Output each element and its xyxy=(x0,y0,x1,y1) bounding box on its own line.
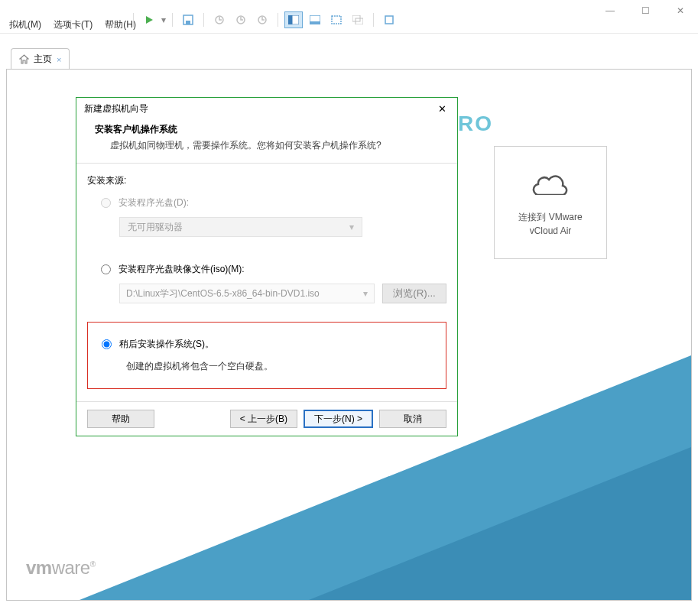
radio-installer-disc-input xyxy=(101,198,111,208)
dialog-close-button[interactable]: ✕ xyxy=(435,103,450,115)
disk-icon[interactable] xyxy=(179,11,197,28)
decorative-triangle-2 xyxy=(309,447,691,600)
unity-icon[interactable] xyxy=(349,11,367,28)
window-controls: — ☐ ✕ xyxy=(592,0,698,21)
radio-install-later-label: 稍后安装操作系统(S)。 xyxy=(119,338,214,351)
toolbar-separator xyxy=(172,13,173,27)
workstation-pro-suffix: RO xyxy=(458,112,493,136)
radio-installer-disc-label: 安装程序光盘(D): xyxy=(118,196,189,209)
tab-label: 主页 xyxy=(34,53,52,66)
browse-button: 浏览(R)... xyxy=(382,284,446,303)
vmware-logo: vmware® xyxy=(26,557,96,579)
snapshot-icon-2[interactable] xyxy=(232,11,250,28)
view-console-icon[interactable] xyxy=(306,11,324,28)
iso-path-input: D:\Linux学习\CentOS-6.5-x86_64-bin-DVD1.is… xyxy=(119,284,375,303)
radio-iso-file-input[interactable] xyxy=(101,264,111,274)
tile-vcloud-air[interactable]: 连接到 VMware vCloud Air xyxy=(494,146,607,259)
cancel-button[interactable]: 取消 xyxy=(379,410,446,428)
tab-close-icon[interactable]: × xyxy=(57,55,61,64)
back-button[interactable]: < 上一步(B) xyxy=(230,410,297,428)
dialog-titlebar: 新建虚拟机向导 ✕ xyxy=(76,98,457,120)
highlighted-option: 稍后安装操作系统(S)。 创建的虚拟机将包含一个空白硬盘。 xyxy=(87,322,446,389)
radio-install-later-input[interactable] xyxy=(102,339,112,349)
tile-label: 连接到 VMware vCloud Air xyxy=(518,210,582,238)
help-button[interactable]: 帮助 xyxy=(87,410,154,428)
snapshot-icon[interactable] xyxy=(210,11,229,28)
next-button[interactable]: 下一步(N) > xyxy=(304,410,373,428)
svg-marker-0 xyxy=(146,16,153,24)
toolbar-separator xyxy=(203,13,204,27)
tab-home[interactable]: 主页 × xyxy=(11,48,70,70)
install-later-desc: 创建的虚拟机将包含一个空白硬盘。 xyxy=(99,360,435,373)
menu-help[interactable]: 帮助(H) xyxy=(99,17,142,33)
chevron-down-icon: ▾ xyxy=(349,222,354,232)
iso-path-text: D:\Linux学习\CentOS-6.5-x86_64-bin-DVD1.is… xyxy=(126,287,320,300)
drive-dropdown: 无可用驱动器 ▾ xyxy=(119,217,362,237)
maximize-button[interactable]: ☐ xyxy=(628,0,663,21)
svg-rect-2 xyxy=(186,21,190,24)
radio-installer-disc: 安装程序光盘(D): xyxy=(87,193,446,212)
install-source-label: 安装来源: xyxy=(87,174,446,187)
minimize-button[interactable]: — xyxy=(592,0,628,21)
menu-tabs[interactable]: 选项卡(T) xyxy=(47,17,99,33)
svg-rect-9 xyxy=(310,21,320,24)
dialog-body: 安装来源: 安装程序光盘(D): 无可用驱动器 ▾ 安装程序光盘映像文件(iso… xyxy=(76,164,457,401)
view-split-icon[interactable] xyxy=(284,11,303,28)
dialog-title: 新建虚拟机向导 xyxy=(84,102,148,115)
drive-dropdown-text: 无可用驱动器 xyxy=(128,221,183,234)
svg-rect-13 xyxy=(385,16,393,24)
radio-iso-file-label: 安装程序光盘映像文件(iso)(M): xyxy=(118,263,245,276)
toolbar-separator xyxy=(278,13,278,27)
fullscreen-icon[interactable] xyxy=(327,11,346,28)
menu-vm[interactable]: 拟机(M) xyxy=(3,17,47,33)
cloud-icon xyxy=(529,167,572,195)
new-vm-wizard-dialog: 新建虚拟机向导 ✕ 安装客户机操作系统 虚拟机如同物理机，需要操作系统。您将如何… xyxy=(76,97,458,436)
svg-rect-10 xyxy=(332,16,341,24)
window-close-button[interactable]: ✕ xyxy=(663,0,698,21)
chevron-down-icon: ▾ xyxy=(363,288,368,299)
svg-rect-7 xyxy=(292,15,299,24)
dialog-footer: 帮助 < 上一步(B) 下一步(N) > 取消 xyxy=(76,401,457,436)
tabstrip: 主页 × xyxy=(0,47,698,69)
dialog-header-desc: 虚拟机如同物理机，需要操作系统。您将如何安装客户机操作系统? xyxy=(90,139,443,152)
snapshot-icon-3[interactable] xyxy=(253,11,271,28)
dialog-header-title: 安装客户机操作系统 xyxy=(90,123,443,136)
home-icon xyxy=(19,54,29,64)
dialog-header: 安装客户机操作系统 虚拟机如同物理机，需要操作系统。您将如何安装客户机操作系统? xyxy=(76,120,457,164)
svg-rect-6 xyxy=(288,15,292,24)
toolbar-separator xyxy=(133,13,134,27)
radio-install-later[interactable]: 稍后安装操作系统(S)。 xyxy=(99,335,435,354)
toolbar-separator xyxy=(373,13,374,27)
play-icon[interactable] xyxy=(140,11,158,28)
radio-iso-file[interactable]: 安装程序光盘映像文件(iso)(M): xyxy=(87,260,446,279)
library-icon[interactable] xyxy=(380,11,398,28)
